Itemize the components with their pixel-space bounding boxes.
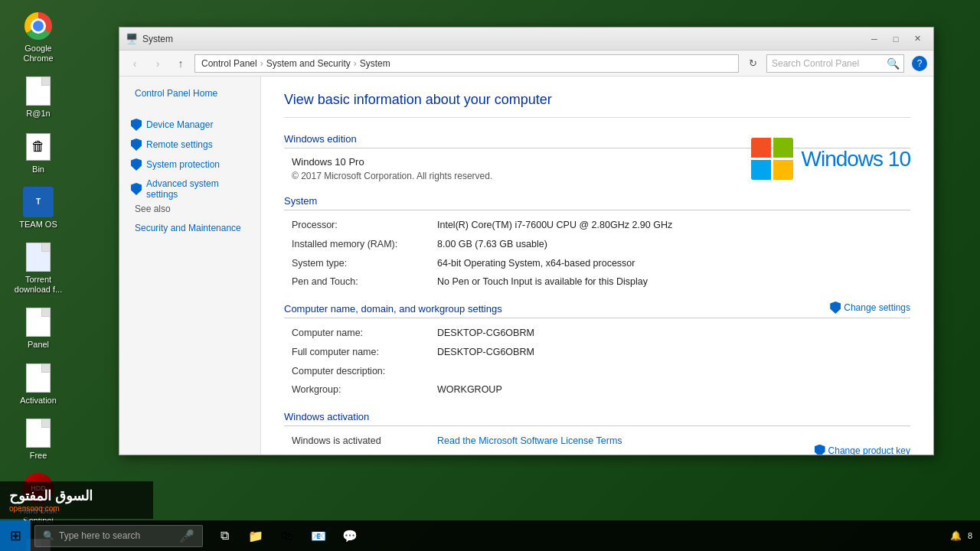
- computer-name-label: Computer name:: [292, 326, 437, 341]
- shield-icon-advanced: [131, 183, 142, 195]
- content-panel: Windows 10 View basic information about …: [261, 77, 933, 455]
- shield-icon-remote: [131, 139, 142, 151]
- breadcrumb-controlpanel: Control Panel: [201, 58, 257, 69]
- desktop-icon-torrent[interactable]: Torrent download f...: [8, 239, 69, 298]
- opensooq-logo-text: السوق المفتوح: [9, 487, 93, 504]
- taskbar-search[interactable]: 🔍 🎤: [34, 525, 203, 547]
- see-also-title: See also: [135, 204, 260, 214]
- product-id-value: 00331-10000-00001-AA984: [437, 453, 555, 455]
- opensooq-sub-text: opensooq.com: [9, 504, 93, 513]
- change-product-key-shield-icon: [815, 445, 825, 455]
- computer-section-header: Computer name, domain, and workgroup set…: [284, 303, 910, 318]
- ram-row: Installed memory (RAM): 8.00 GB (7.63 GB…: [292, 237, 910, 252]
- computer-desc-label: Computer description:: [292, 364, 437, 379]
- change-settings-button[interactable]: Change settings: [830, 302, 910, 314]
- desktop-icon-activation[interactable]: Activation: [8, 360, 69, 409]
- activation-section-wrapper: Windows activation: [284, 411, 910, 426]
- taskbar-icon-chat[interactable]: 💬: [336, 522, 364, 549]
- processor-value: Intel(R) Core(TM) i7-7600U CPU @ 2.80GHz…: [437, 218, 672, 233]
- desktop-icon-panel[interactable]: Panel: [8, 304, 69, 353]
- desktop-icon-free[interactable]: Free: [8, 415, 69, 464]
- pen-touch-row: Pen and Touch: No Pen or Touch Input is …: [292, 275, 910, 289]
- taskbar-notification-icon[interactable]: 🔔: [950, 530, 962, 541]
- system-type-label: System type:: [292, 256, 437, 271]
- sidebar-item-remote-settings[interactable]: Remote settings: [119, 135, 260, 155]
- minimize-button[interactable]: ─: [864, 31, 884, 47]
- windows-logo: Windows 10: [751, 138, 910, 180]
- sidebar-item-device-manager[interactable]: Device Manager: [119, 115, 260, 135]
- page-title: View basic information about your comput…: [284, 92, 910, 118]
- computer-info-table: Computer name: DESKTOP-CG6OBRM Full comp…: [284, 326, 910, 397]
- taskbar-icon-store[interactable]: 🛍: [273, 522, 301, 549]
- product-id-label: Product ID:: [292, 453, 437, 455]
- system-type-row: System type: 64-bit Operating System, x6…: [292, 256, 910, 271]
- activation-license-link[interactable]: Read the Microsoft Software License Term…: [437, 434, 622, 448]
- desktop-icon-bin[interactable]: 🗑 Bin: [8, 129, 69, 178]
- activation-section-header: Windows activation: [284, 411, 910, 426]
- change-settings-shield-icon: [830, 302, 841, 314]
- main-content: Control Panel Home Device Manager Remote…: [119, 77, 933, 455]
- security-maintenance-link[interactable]: Security and Maintenance: [135, 220, 260, 236]
- free-icon-label: Free: [30, 451, 47, 461]
- search-input[interactable]: [772, 58, 887, 69]
- desktop: Google Chrome R@1n 🗑 Bin T TEAM OS: [0, 0, 980, 551]
- taskbar-right: 🔔 8: [950, 530, 980, 541]
- sidebar-label-remote-settings: Remote settings: [146, 139, 213, 150]
- back-button[interactable]: ‹: [126, 54, 144, 73]
- system-type-value: 64-bit Operating System, x64-based proce…: [437, 256, 635, 271]
- search-bar[interactable]: 🔍: [766, 54, 904, 73]
- bin-icon-label: Bin: [32, 165, 44, 174]
- processor-row: Processor: Intel(R) Core(TM) i7-7600U CP…: [292, 218, 910, 233]
- sidebar-label-system-protection: System protection: [146, 159, 220, 170]
- computer-desc-row: Computer description:: [292, 364, 910, 379]
- teamos-icon-label: TEAM OS: [19, 220, 57, 230]
- system-section-header: System: [284, 195, 910, 210]
- taskbar-app-icons: ⧉ 📁 🛍 📧 💬: [211, 522, 364, 549]
- windows-logo-text: Windows 10: [801, 147, 910, 171]
- taskbar-search-input[interactable]: [59, 530, 179, 541]
- full-computer-name-label: Full computer name:: [292, 345, 437, 360]
- up-button[interactable]: ↑: [172, 54, 190, 73]
- computer-section-wrapper: Computer name, domain, and workgroup set…: [284, 303, 910, 318]
- computer-name-value: DESKTOP-CG6OBRM: [437, 326, 534, 341]
- cortana-icon: 🎤: [179, 529, 194, 543]
- sidebar-item-advanced-settings[interactable]: Advanced system settings: [119, 174, 260, 204]
- window-controls: ─ □ ✕: [864, 31, 927, 47]
- refresh-button[interactable]: ↻: [743, 54, 762, 73]
- desktop-icon-teamos[interactable]: T TEAM OS: [8, 184, 69, 233]
- sidebar-label-device-manager: Device Manager: [146, 119, 213, 130]
- explorer-window: 🖥️ System ─ □ ✕ ‹ › ↑ Control Panel › Sy…: [119, 27, 934, 455]
- nav-bar: ‹ › ↑ Control Panel › System and Securit…: [119, 51, 933, 77]
- ram-value: 8.00 GB (7.63 GB usable): [437, 237, 547, 252]
- sidebar-label-advanced-settings: Advanced system settings: [146, 178, 249, 200]
- taskbar-icon-mail[interactable]: 📧: [305, 522, 332, 549]
- search-icon: 🔍: [887, 57, 900, 70]
- taskbar: ⊞ 🔍 🎤 ⧉ 📁 🛍 📧 💬: [0, 520, 980, 551]
- sidebar: Control Panel Home Device Manager Remote…: [119, 77, 261, 455]
- panel-icon-label: Panel: [28, 340, 49, 350]
- sidebar-item-system-protection[interactable]: System protection: [119, 155, 260, 174]
- r1n-icon-label: R@1n: [26, 109, 50, 119]
- windows-flag-icon: [751, 138, 793, 180]
- control-panel-home-link[interactable]: Control Panel Home: [119, 84, 260, 103]
- forward-button[interactable]: ›: [149, 54, 167, 73]
- change-product-key-button[interactable]: Change product key: [815, 434, 910, 455]
- taskbar-icon-task-view[interactable]: ⧉: [211, 522, 238, 549]
- taskbar-search-icon: 🔍: [43, 530, 54, 541]
- window-icon: 🖥️: [126, 33, 138, 45]
- start-button[interactable]: ⊞: [0, 520, 31, 551]
- processor-label: Processor:: [292, 218, 437, 233]
- window-title: System: [142, 34, 864, 44]
- help-button[interactable]: ?: [912, 56, 927, 71]
- title-bar: 🖥️ System ─ □ ✕: [119, 28, 933, 51]
- maximize-button[interactable]: □: [886, 31, 906, 47]
- close-button[interactable]: ✕: [907, 31, 927, 47]
- desktop-icons-container: Google Chrome R@1n 🗑 Bin T TEAM OS: [0, 0, 77, 505]
- desktop-icon-r1n[interactable]: R@1n: [8, 73, 69, 122]
- chrome-icon-label: Google Chrome: [11, 44, 66, 64]
- breadcrumb[interactable]: Control Panel › System and Security › Sy…: [194, 54, 739, 73]
- desktop-icon-chrome[interactable]: Google Chrome: [8, 8, 69, 67]
- taskbar-icon-explorer[interactable]: 📁: [242, 522, 270, 549]
- breadcrumb-system: System: [360, 58, 390, 69]
- taskbar-clock[interactable]: 8: [968, 531, 972, 540]
